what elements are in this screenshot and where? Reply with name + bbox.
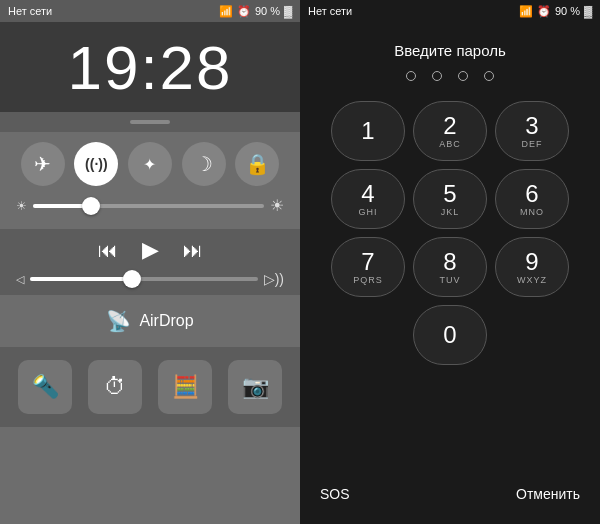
num-2-main: 2 (443, 114, 456, 138)
num-1-main: 1 (361, 119, 374, 143)
passcode-prompt: Введите пароль (300, 22, 600, 71)
bluetooth-button[interactable]: ✦ (128, 142, 172, 186)
status-icons-right: 📶 ⏰ 90 % ▓ (519, 5, 592, 18)
battery-icon-right: ▓ (584, 5, 592, 17)
airdrop-section[interactable]: 📡 AirDrop (0, 295, 300, 347)
num-9-button[interactable]: 9 WXYZ (495, 237, 569, 297)
volume-fill (30, 277, 132, 281)
passcode-dots (300, 71, 600, 81)
passcode-dot-4 (484, 71, 494, 81)
num-5-main: 5 (443, 182, 456, 206)
timer-button[interactable]: ⏱ (88, 360, 142, 414)
num-6-main: 6 (525, 182, 538, 206)
num-5-button[interactable]: 5 JKL (413, 169, 487, 229)
brightness-high-icon: ☀ (270, 196, 284, 215)
airplane-mode-button[interactable]: ✈ (21, 142, 65, 186)
flashlight-button[interactable]: 🔦 (18, 360, 72, 414)
volume-high-icon: ▷)) (264, 271, 284, 287)
brightness-thumb[interactable] (82, 197, 100, 215)
num-9-sub: WXYZ (517, 275, 547, 285)
battery-text-left: 90 % (255, 5, 280, 17)
volume-low-icon: ◁ (16, 273, 24, 286)
brightness-slider-row: ☀ ☀ (16, 196, 284, 215)
numpad-row-3: 7 PQRS 8 TUV 9 WXYZ (331, 237, 569, 297)
status-icons-left: 📶 ⏰ 90 % ▓ (219, 5, 292, 18)
clock-icon-left: ⏰ (237, 5, 251, 18)
status-bar-right: Нет сети 📶 ⏰ 90 % ▓ (300, 0, 600, 22)
wifi-icon-right: 📶 (519, 5, 533, 18)
play-button[interactable]: ▶ (142, 237, 159, 263)
do-not-disturb-button[interactable]: ☽ (182, 142, 226, 186)
calculator-button[interactable]: 🧮 (158, 360, 212, 414)
num-8-button[interactable]: 8 TUV (413, 237, 487, 297)
volume-track[interactable] (30, 277, 258, 281)
airdrop-label: AirDrop (139, 312, 193, 330)
handle-line (130, 120, 170, 124)
media-controls-row: ⏮ ▶ ⏭ (16, 237, 284, 263)
clock-icon-right: ⏰ (537, 5, 551, 18)
signal-text-left: Нет сети (8, 5, 52, 17)
numpad-row-4: 0 (413, 305, 487, 365)
cancel-button[interactable]: Отменить (516, 486, 580, 502)
wifi-button[interactable]: ((·)) (74, 142, 118, 186)
num-3-button[interactable]: 3 DEF (495, 101, 569, 161)
time-value: 19:28 (67, 32, 232, 103)
num-7-main: 7 (361, 250, 374, 274)
wifi-icon-left: 📶 (219, 5, 233, 18)
numpad-row-2: 4 GHI 5 JKL 6 MNO (331, 169, 569, 229)
numpad-row-1: 1 2 ABC 3 DEF (331, 101, 569, 161)
passcode-dot-3 (458, 71, 468, 81)
num-7-button[interactable]: 7 PQRS (331, 237, 405, 297)
volume-slider-row: ◁ ▷)) (16, 271, 284, 287)
volume-thumb[interactable] (123, 270, 141, 288)
num-8-sub: TUV (440, 275, 461, 285)
num-6-sub: MNO (520, 207, 544, 217)
num-4-button[interactable]: 4 GHI (331, 169, 405, 229)
battery-text-right: 90 % (555, 5, 580, 17)
bottom-tools-row: 🔦 ⏱ 🧮 📷 (0, 347, 300, 427)
toggle-buttons-row: ✈ ((·)) ✦ ☽ 🔒 (16, 142, 284, 186)
num-2-button[interactable]: 2 ABC (413, 101, 487, 161)
control-center-handle[interactable] (0, 112, 300, 132)
left-panel: Нет сети 📶 ⏰ 90 % ▓ 19:28 ✈ ((·)) ✦ ☽ 🔒 … (0, 0, 300, 524)
num-2-sub: ABC (439, 139, 461, 149)
passcode-dot-1 (406, 71, 416, 81)
num-8-main: 8 (443, 250, 456, 274)
controls-section: ✈ ((·)) ✦ ☽ 🔒 ☀ ☀ (0, 132, 300, 229)
sos-button[interactable]: SOS (320, 486, 350, 502)
brightness-track[interactable] (33, 204, 264, 208)
fast-forward-button[interactable]: ⏭ (183, 239, 203, 262)
battery-icon-left: ▓ (284, 5, 292, 17)
num-4-sub: GHI (358, 207, 377, 217)
num-3-sub: DEF (522, 139, 543, 149)
media-section: ⏮ ▶ ⏭ ◁ ▷)) (0, 229, 300, 295)
camera-button[interactable]: 📷 (228, 360, 282, 414)
num-5-sub: JKL (441, 207, 460, 217)
numpad: 1 2 ABC 3 DEF 4 GHI 5 JKL 6 MNO (300, 101, 600, 472)
passcode-footer: SOS Отменить (300, 472, 600, 516)
rewind-button[interactable]: ⏮ (98, 239, 118, 262)
brightness-low-icon: ☀ (16, 199, 27, 213)
num-4-main: 4 (361, 182, 374, 206)
rotation-lock-button[interactable]: 🔒 (235, 142, 279, 186)
passcode-dot-2 (432, 71, 442, 81)
right-panel: Нет сети 📶 ⏰ 90 % ▓ Введите пароль 1 2 A… (300, 0, 600, 524)
num-0-main: 0 (443, 323, 456, 347)
num-6-button[interactable]: 6 MNO (495, 169, 569, 229)
num-9-main: 9 (525, 250, 538, 274)
num-7-sub: PQRS (353, 275, 383, 285)
status-bar-left: Нет сети 📶 ⏰ 90 % ▓ (0, 0, 300, 22)
num-1-button[interactable]: 1 (331, 101, 405, 161)
time-display: 19:28 (0, 22, 300, 112)
airdrop-icon: 📡 (106, 309, 131, 333)
signal-text-right: Нет сети (308, 5, 352, 17)
num-3-main: 3 (525, 114, 538, 138)
num-0-button[interactable]: 0 (413, 305, 487, 365)
